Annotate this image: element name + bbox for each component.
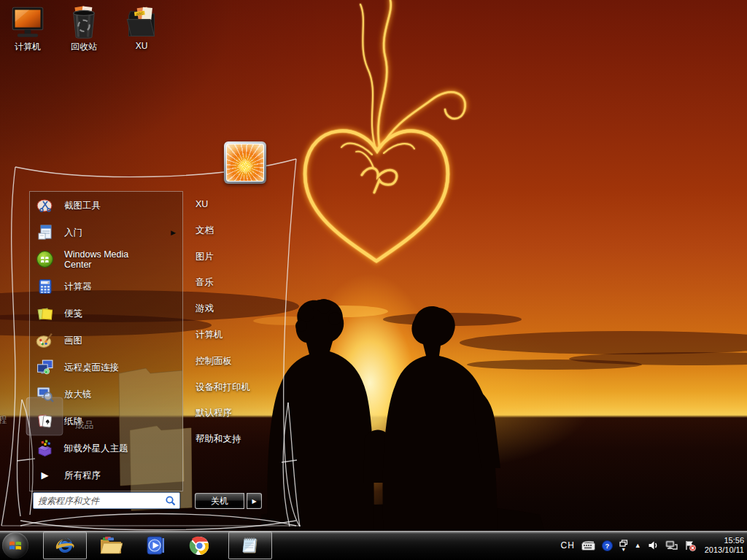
getting-started-icon — [35, 222, 55, 242]
start-menu-item-snipping-tool[interactable]: 截图工具 — [30, 192, 182, 219]
start-menu-link-user-folder[interactable]: XU — [196, 192, 290, 218]
uninstall-theme-icon — [35, 438, 55, 458]
taskbar-button-chrome[interactable] — [177, 532, 221, 559]
start-menu-link-default-programs[interactable]: 默认程序 — [196, 400, 290, 427]
all-programs-arrow-icon: ▶ — [35, 465, 55, 485]
start-menu-link-games[interactable]: 游戏 — [196, 296, 290, 322]
snipping-tool-icon — [35, 195, 55, 215]
system-tray: CH ? — [560, 531, 744, 560]
shutdown-controls: 关机 ▶ — [195, 493, 262, 508]
start-menu-item-label: 截图工具 — [64, 201, 101, 211]
clock-date: 2013/10/11 — [705, 545, 744, 555]
start-menu-right-panel: XU 文档 图片 音乐 游戏 计算机 控制面板 设备和打印机 默认程序 帮助和支… — [196, 192, 290, 453]
start-menu-item-getting-started[interactable]: 入门 ▶ — [30, 219, 182, 246]
user-account-picture[interactable] — [224, 141, 266, 184]
windows-explorer-icon — [99, 535, 123, 556]
search-icon — [165, 495, 177, 507]
start-menu-search-box — [33, 492, 180, 509]
start-menu-item-all-programs[interactable]: ▶ 所有程序 — [30, 462, 182, 489]
taskbar-button-internet-explorer[interactable] — [43, 532, 87, 559]
start-menu-item-calculator[interactable]: 0 计算器 — [30, 273, 182, 300]
start-menu-item-uninstall-theme[interactable]: 卸载外星人主题 — [30, 435, 182, 462]
magnifier-icon — [35, 384, 55, 404]
taskbar-button-notepad[interactable] — [228, 532, 272, 559]
start-menu-link-computer[interactable]: 计算机 — [196, 322, 290, 349]
flower-avatar — [226, 144, 264, 182]
warp-ghost-text: 成品 — [75, 419, 93, 432]
ime-keyboard-icon[interactable] — [581, 541, 595, 551]
start-menu-item-label: 计算器 — [64, 281, 92, 292]
start-menu-item-label: Windows Media Center — [64, 249, 128, 270]
language-indicator[interactable]: CH — [560, 540, 574, 551]
remote-desktop-icon — [35, 357, 55, 377]
start-menu-link-documents[interactable]: 文档 — [196, 218, 290, 244]
start-button[interactable] — [2, 532, 28, 559]
start-menu-link-devices-printers[interactable]: 设备和打印机 — [196, 375, 290, 401]
ime-options-icon[interactable]: ▼ — [619, 540, 628, 552]
paint-icon — [35, 330, 55, 350]
svg-text:?: ? — [605, 542, 609, 550]
show-hidden-icons-button[interactable]: ▲ — [635, 542, 641, 549]
internet-explorer-icon — [54, 534, 76, 556]
volume-icon[interactable] — [648, 540, 659, 551]
warp-ghost-text: 程 — [0, 414, 7, 427]
start-menu-left-panel: 截图工具 入门 ▶ — [29, 191, 183, 491]
start-menu-item-solitaire[interactable]: 纸牌 — [30, 408, 182, 435]
windows-logo-icon — [8, 538, 23, 553]
start-menu-item-label: 远程桌面连接 — [64, 362, 119, 373]
windows-media-center-icon — [35, 249, 55, 269]
taskbar-clock[interactable]: 15:56 2013/10/11 — [705, 536, 744, 555]
start-menu-item-label: 卸载外星人主题 — [64, 443, 128, 454]
windows-media-player-icon — [144, 534, 166, 556]
chrome-icon — [189, 535, 210, 556]
start-menu-link-music[interactable]: 音乐 — [196, 270, 290, 296]
submenu-arrow-icon: ▶ — [171, 229, 176, 236]
taskbar: CH ? — [0, 531, 747, 560]
shutdown-options-arrow[interactable]: ▶ — [247, 493, 262, 509]
start-menu-item-sticky-notes[interactable]: 便笺 — [30, 300, 182, 327]
start-menu-item-label: 所有程序 — [64, 470, 101, 481]
taskbar-button-windows-media-player[interactable] — [133, 532, 177, 559]
start-menu-item-windows-media-center[interactable]: Windows Media Center — [30, 246, 182, 273]
start-menu-link-control-panel[interactable]: 控制面板 — [196, 349, 290, 375]
clock-time: 15:56 — [705, 536, 744, 545]
shutdown-button[interactable]: 关机 — [195, 493, 244, 509]
start-menu-link-pictures[interactable]: 图片 — [196, 244, 290, 271]
calculator-icon: 0 — [35, 276, 55, 296]
start-menu-item-magnifier[interactable]: 放大镜 — [30, 381, 182, 408]
start-menu-item-label: 便笺 — [64, 308, 82, 319]
action-center-flag-icon[interactable] — [684, 540, 696, 551]
search-input[interactable] — [34, 496, 165, 506]
start-menu-item-remote-desktop[interactable]: 远程桌面连接 — [30, 354, 182, 381]
network-icon[interactable] — [665, 540, 678, 551]
start-menu-item-paint[interactable]: 画图 — [30, 327, 182, 354]
desktop: 程 成品 计算机 回收站 — [0, 0, 747, 560]
start-menu-item-label: 画图 — [64, 335, 82, 346]
start-menu-link-help-support[interactable]: 帮助和支持 — [196, 427, 290, 453]
caret-down-icon: ▼ — [621, 547, 626, 552]
svg-text:0: 0 — [47, 281, 49, 284]
sticky-notes-icon — [35, 303, 55, 323]
start-menu-item-label: 放大镜 — [64, 389, 92, 400]
taskbar-button-windows-explorer[interactable] — [89, 532, 133, 559]
start-menu-item-label: 入门 — [64, 228, 82, 238]
ime-help-icon[interactable]: ? — [602, 540, 613, 551]
notepad-icon — [240, 535, 260, 556]
solitaire-icon — [35, 411, 55, 431]
